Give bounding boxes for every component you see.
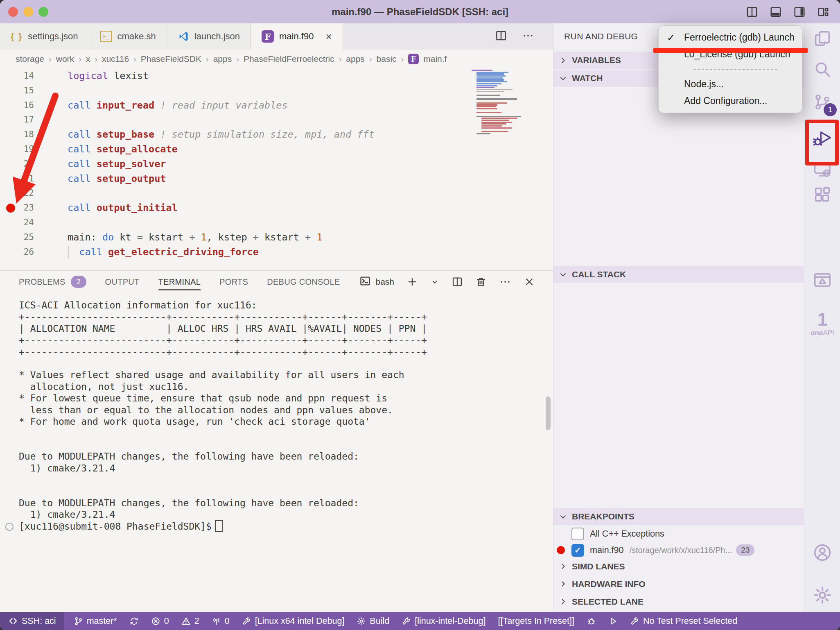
menu-item-node-js-[interactable]: Node.js... [659,76,802,93]
layout-sidebar-right-icon[interactable] [793,6,806,18]
new-terminal-icon[interactable] [406,276,418,288]
section-header-breakpoints[interactable]: BREAKPOINTS [553,508,804,525]
breadcrumb-item[interactable]: x [86,54,90,64]
status-label: [Linux x64 intel Debug] [255,616,345,626]
bug-icon [587,616,596,626]
activity-simulator-window-icon[interactable] [813,271,832,291]
tab-launch.json[interactable]: launch.json [167,23,251,50]
panel-tab-debug-console[interactable]: DEBUG CONSOLE [267,273,340,290]
minimize-window-button[interactable] [23,7,33,17]
tab-cmake.sh[interactable]: >_cmake.sh [89,23,167,50]
panel-tab-output[interactable]: OUTPUT [105,273,140,290]
activity-remote-explorer-icon[interactable] [813,160,832,181]
section-header-hardware-info[interactable]: HARDWARE INFO [553,575,804,593]
status-master-[interactable]: master* [68,612,123,630]
breadcrumb-file[interactable]: main.f [423,54,447,64]
breadcrumb-item[interactable]: basic [377,54,397,64]
panel-tab-label: PORTS [219,277,248,287]
terminal-icon [359,275,371,289]
activity-extensions-icon[interactable] [813,186,832,206]
close-tab-icon[interactable]: × [325,31,332,42]
split-terminal-icon[interactable] [452,276,463,288]
activity-files-icon[interactable] [813,29,832,50]
breadcrumb-item[interactable]: apps [346,54,365,64]
panel-tab-problems[interactable]: PROBLEMS2 [19,273,86,290]
kill-terminal-icon[interactable] [475,276,487,288]
split-editor-icon[interactable] [495,29,507,43]
status-0[interactable]: 0 [205,612,236,630]
json-braces-icon: { } [11,31,23,42]
breadcrumb-item[interactable]: apps [213,54,232,64]
section-header-call-stack[interactable]: CALL STACK [553,266,804,283]
chevron-right-icon [559,598,567,605]
layout-panel-icon[interactable] [770,6,782,18]
panel-tab-label: PROBLEMS [19,277,65,287]
breakpoint-row[interactable]: All C++ Exceptions [553,525,804,542]
checkbox-unchecked[interactable] [571,528,584,540]
line-number: 26 [0,245,34,260]
breakpoint-row[interactable]: ✓main.f90/storage/work/x/xuc116/Ph...23 [553,542,804,558]
breadcrumb-item[interactable]: PhaseFieldFerroelectric [244,54,334,64]
breadcrumb-item[interactable]: storage [16,54,44,64]
tab-main.f90[interactable]: Fmain.f90× [251,23,343,50]
section-header-simd-lanes[interactable]: SIMD LANES [553,557,804,575]
close-window-button[interactable] [8,7,18,17]
terminal-output: ICS-ACI Allocation information for xuc11… [19,299,553,521]
code-text: call input_read ! read input variables [68,98,288,113]
close-panel-icon[interactable] [524,276,535,288]
layout-columns-icon[interactable] [746,6,758,18]
code-text: call setup_solver [68,157,166,172]
fortran-icon: F [408,54,419,64]
code-text: call setup_allocate [68,142,178,157]
section-header-selected-lane[interactable]: SELECTED LANE [553,593,804,610]
panel-tab-terminal[interactable]: TERMINAL [158,273,201,290]
line-number: 15 [0,84,34,98]
line-number: 23 [0,201,34,215]
status-0[interactable]: 0 [145,612,175,630]
terminal-scrollbar[interactable] [546,397,551,430]
terminal-instance-bash[interactable]: bash [359,275,394,289]
status-2[interactable]: 2 [175,612,205,630]
status-no-test-preset-selected[interactable]: No Test Preset Selected [624,612,743,630]
layout-customize-icon[interactable] [817,6,829,18]
status-ssh-aci[interactable]: SSH: aci [0,612,64,630]
activity-oneapi-icon[interactable]: 1oneAPI [811,310,834,336]
terminal[interactable]: ICS-ACI Allocation information for xuc11… [0,293,553,612]
breadcrumb-item[interactable]: PhaseFieldSDK [141,54,201,64]
terminal-dropdown-icon[interactable] [430,277,439,286]
panel-tab-ports[interactable]: PORTS [219,273,248,290]
code-text: call get_electric_driving_force [68,245,259,260]
status-bug[interactable] [580,612,602,630]
status--linux-x64-intel-debug-[interactable]: [Linux x64 intel Debug] [236,612,351,630]
activity-settings-gear-icon[interactable] [813,585,832,607]
activity-search-icon[interactable] [813,60,832,80]
status--linux-intel-debug-[interactable]: [linux-intel-Debug] [395,612,492,630]
menu-item-ferroelectric-gdb-launch[interactable]: ✓Ferroelectric (gdb) Launch [659,29,802,46]
status-build[interactable]: Build [350,612,395,630]
status-sync[interactable] [123,612,145,630]
activity-account-icon[interactable] [813,543,832,564]
maximize-window-button[interactable] [38,7,48,17]
panel-tab-bar: PROBLEMS2OUTPUTTERMINALPORTSDEBUG CONSOL… [0,271,553,293]
menu-item-add-configuration-[interactable]: Add Configuration... [659,93,802,109]
code-editor[interactable]: 14logical lexist1516call input_read ! re… [0,68,553,270]
command-decoration-icon[interactable] [5,523,14,531]
line-number: 21 [0,172,34,186]
more-actions-icon[interactable] [522,29,534,43]
gear-icon [357,616,366,626]
activity-run-debug-icon[interactable] [813,129,832,149]
tab-label: cmake.sh [117,31,156,42]
status--targets-in-preset-[interactable]: [[Targets In Preset]] [492,612,580,630]
terminal-prompt: [xuc116@submit-008 PhaseFieldSDK]$ [19,521,212,532]
panel-more-icon[interactable] [499,276,511,288]
play-icon [608,616,618,626]
code-line: 18call setup_base ! setup simulation siz… [0,127,553,142]
activity-source-control-icon[interactable]: 1 [813,93,832,113]
breadcrumb-item[interactable]: xuc116 [102,54,129,64]
status-play[interactable] [602,612,624,630]
tab-settings.json[interactable]: { }settings.json [0,23,89,50]
breadcrumb-item[interactable]: work [56,54,74,64]
minimap[interactable] [472,70,544,135]
window-title: main.f90 — PhaseFieldSDK [SSH: aci] [0,6,840,18]
checkbox-checked[interactable]: ✓ [571,544,584,557]
